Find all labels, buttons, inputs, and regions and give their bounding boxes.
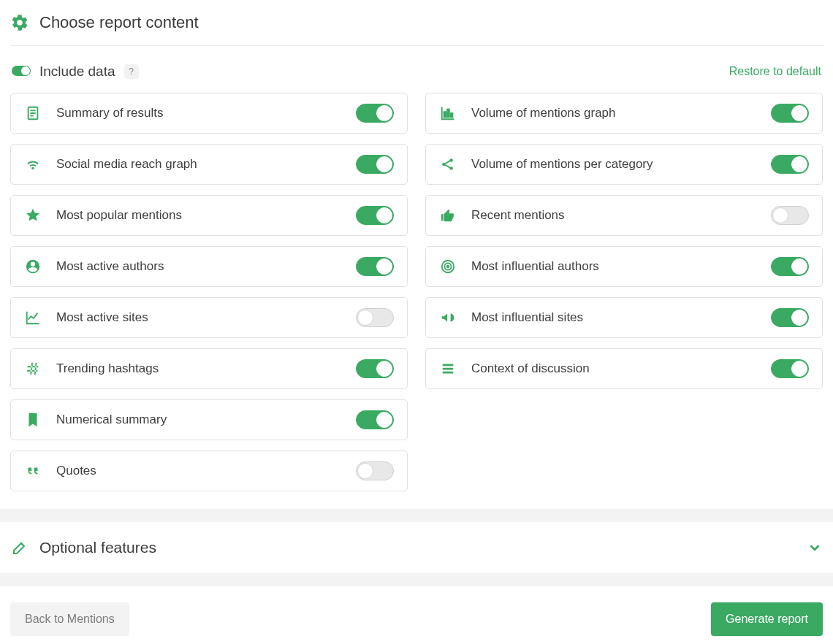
- back-button[interactable]: Back to Mentions: [10, 602, 129, 636]
- option-label: Most active sites: [56, 310, 341, 325]
- option-card: Quotes: [10, 451, 408, 491]
- option-label: Quotes: [56, 464, 341, 478]
- include-data-toggle[interactable]: [12, 66, 31, 76]
- footer: Back to Mentions Generate report: [0, 586, 833, 644]
- thumbs-up-icon: [439, 207, 457, 224]
- option-toggle[interactable]: [771, 359, 809, 378]
- option-toggle[interactable]: [356, 410, 394, 429]
- option-toggle[interactable]: [771, 308, 809, 327]
- option-card: Context of discussion: [425, 348, 823, 389]
- option-card: Summary of results: [10, 93, 408, 134]
- option-label: Volume of mentions graph: [471, 106, 756, 120]
- option-label: Most influential sites: [471, 310, 756, 325]
- bullhorn-icon: [439, 309, 457, 326]
- option-label: Social media reach graph: [56, 157, 341, 172]
- section-title: Choose report content: [39, 13, 199, 32]
- restore-default-link[interactable]: Restore to default: [729, 65, 821, 78]
- svg-rect-11: [443, 368, 454, 370]
- option-toggle[interactable]: [771, 155, 809, 174]
- option-label: Recent mentions: [471, 208, 756, 223]
- option-label: Most popular mentions: [56, 208, 341, 223]
- option-toggle[interactable]: [356, 104, 394, 123]
- svg-rect-10: [443, 364, 454, 367]
- edit-icon: [10, 538, 29, 557]
- star-icon: [24, 207, 42, 224]
- optional-features-title: Optional features: [39, 539, 156, 556]
- option-toggle[interactable]: [356, 206, 394, 225]
- option-card: Recent mentions: [425, 195, 823, 236]
- svg-rect-1: [444, 112, 446, 117]
- document-icon: [24, 104, 42, 122]
- quote-icon: [24, 462, 42, 480]
- option-label: Most active authors: [56, 259, 341, 274]
- target-icon: [439, 258, 457, 275]
- wifi-icon: [24, 156, 42, 173]
- option-card: Most popular mentions: [10, 195, 408, 236]
- option-label: Volume of mentions per category: [471, 157, 756, 172]
- optional-features-bar[interactable]: Optional features: [0, 522, 833, 573]
- option-card: Social media reach graph: [10, 144, 408, 185]
- list-icon: [439, 360, 457, 377]
- option-card: Numerical summary: [10, 399, 408, 440]
- option-toggle[interactable]: [771, 257, 809, 276]
- option-label: Most influential authors: [471, 259, 756, 274]
- bookmark-icon: [24, 411, 42, 429]
- option-card: Most influential sites: [425, 297, 823, 338]
- option-card: Volume of mentions per category: [425, 144, 823, 185]
- help-icon[interactable]: ?: [124, 64, 139, 79]
- gear-icon: [10, 13, 29, 32]
- line-chart-icon: [24, 309, 42, 326]
- user-circle-icon: [24, 258, 42, 275]
- share-icon: [439, 156, 457, 173]
- svg-rect-3: [451, 113, 453, 118]
- option-toggle[interactable]: [771, 206, 809, 225]
- option-toggle[interactable]: [356, 359, 394, 378]
- svg-rect-2: [447, 110, 449, 118]
- option-toggle[interactable]: [356, 308, 394, 327]
- svg-point-9: [447, 266, 449, 268]
- option-toggle[interactable]: [356, 257, 394, 276]
- option-card: Most active authors: [10, 246, 408, 287]
- hashtag-icon: [24, 360, 42, 377]
- include-data-label: Include data: [39, 64, 115, 80]
- section-header: Choose report content: [10, 13, 823, 46]
- chevron-down-icon: [807, 540, 823, 556]
- right-column: Volume of mentions graphVolume of mentio…: [425, 93, 823, 491]
- option-label: Trending hashtags: [56, 361, 341, 376]
- generate-report-button[interactable]: Generate report: [711, 602, 823, 636]
- option-label: Context of discussion: [471, 361, 756, 376]
- option-label: Summary of results: [56, 106, 341, 120]
- option-toggle[interactable]: [356, 461, 394, 480]
- option-toggle[interactable]: [356, 155, 394, 174]
- bar-chart-icon: [439, 104, 457, 122]
- option-label: Numerical summary: [56, 413, 341, 427]
- option-card: Most influential authors: [425, 246, 823, 287]
- option-card: Trending hashtags: [10, 348, 408, 389]
- option-toggle[interactable]: [771, 104, 809, 123]
- svg-rect-12: [443, 372, 454, 374]
- left-column: Summary of resultsSocial media reach gra…: [10, 93, 408, 491]
- option-card: Most active sites: [10, 297, 408, 338]
- option-card: Volume of mentions graph: [425, 93, 823, 134]
